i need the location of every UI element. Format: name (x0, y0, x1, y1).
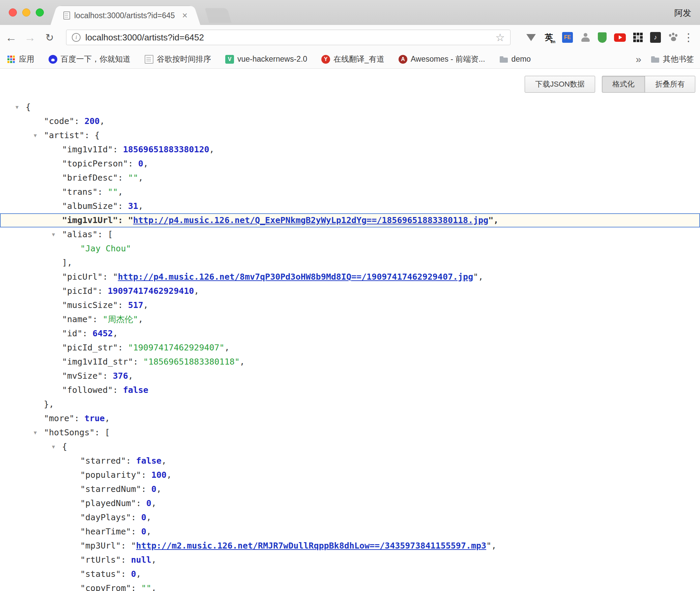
bookmark-item[interactable]: 百度一下，你就知道 (49, 54, 130, 64)
json-url-link[interactable]: http://p4.music.126.net/8mv7qP30Pd3oHW8b… (118, 272, 473, 282)
json-viewer-page: 下载JSON数据 格式化 折叠所有 ▼{"code": 200,▼"artist… (0, 69, 700, 591)
shield-adblock-icon[interactable] (598, 32, 607, 43)
browser-menu-icon[interactable]: ⋮ (681, 25, 696, 50)
browser-tab[interactable]: localhost:3000/artists?id=645 × (58, 6, 193, 25)
json-token: , (146, 527, 151, 536)
bookmarks-overflow-icon[interactable]: » (636, 54, 641, 65)
awesomes-icon: A (399, 55, 407, 64)
json-token: : (95, 428, 105, 437)
other-bookmarks-folder[interactable]: 其他书签 (651, 54, 694, 64)
reload-icon[interactable]: ↻ (41, 25, 58, 50)
json-token: : (74, 413, 84, 423)
json-line: "picId": 19097417462929410, (0, 284, 700, 298)
json-token: "hearTime" (80, 527, 131, 536)
collapse-triangle-icon[interactable]: ▼ (52, 227, 55, 242)
json-token: "img1v1Url" (62, 215, 118, 225)
profile-person-icon[interactable] (580, 32, 590, 42)
tab-title: localhost:3000/artists?id=645 (74, 11, 178, 20)
json-token: , (151, 555, 156, 565)
new-tab-button[interactable] (205, 8, 232, 23)
bookmark-item[interactable]: 谷歌按时间排序 (145, 54, 211, 64)
fe-frontend-icon[interactable]: FE (562, 32, 573, 43)
folder-icon (651, 55, 660, 64)
json-token: "popularity" (80, 470, 141, 480)
json-token: : (131, 527, 141, 536)
json-token: " (113, 272, 118, 282)
json-token: 0 (146, 498, 151, 508)
json-token: "img1v1Id" (62, 145, 113, 154)
json-token: "starredNum" (80, 484, 141, 494)
collapse-all-button[interactable]: 折叠所有 (645, 76, 695, 93)
json-token: 0 (131, 569, 136, 579)
bookmarks-bar: 应用百度一下，你就知道谷歌按时间排序Vvue-hackernews-2.0Y在线… (0, 50, 700, 69)
json-token: 18569651883380120 (123, 145, 209, 154)
json-line-selected[interactable]: "img1v1Url": "http://p4.music.126.net/Q_… (0, 213, 700, 227)
json-token: , (225, 343, 230, 352)
json-token: , (138, 314, 143, 324)
json-token: "more" (44, 413, 74, 423)
minimize-window-button[interactable] (22, 8, 30, 17)
json-token: : (97, 187, 108, 197)
json-token: : (118, 201, 128, 211)
json-token: { (95, 130, 100, 140)
view-mode-segment: 格式化 折叠所有 (602, 76, 695, 93)
json-token: , (138, 173, 143, 183)
collapse-triangle-icon[interactable]: ▼ (34, 426, 37, 440)
collapse-triangle-icon[interactable]: ▼ (52, 440, 55, 454)
json-token: "" (128, 173, 138, 183)
profile-name[interactable]: 阿发 (674, 7, 691, 19)
json-token: : (128, 159, 138, 168)
json-line: ▼{ (0, 100, 700, 114)
json-token: , (151, 498, 156, 508)
bookmark-item[interactable]: AAwesomes - 前端资... (399, 54, 485, 64)
close-window-button[interactable] (9, 8, 17, 17)
json-line: "picUrl": "http://p4.music.126.net/8mv7q… (0, 270, 700, 284)
json-token: : (131, 512, 141, 522)
json-line: ▼{ (0, 440, 700, 454)
bookmark-label: 百度一下，你就知道 (61, 54, 130, 64)
fullscreen-window-button[interactable] (36, 8, 44, 17)
format-button[interactable]: 格式化 (602, 76, 645, 93)
collapse-triangle-icon[interactable]: ▼ (16, 100, 19, 114)
json-token: : (92, 314, 103, 324)
bookmark-item[interactable]: Vvue-hackernews-2.0 (225, 55, 307, 64)
music-player-icon[interactable]: ♪ (650, 32, 661, 43)
json-line: "copyFrom": "", (0, 581, 700, 591)
qr-code-icon[interactable] (633, 33, 643, 42)
bookmark-item[interactable]: Y在线翻译_有道 (321, 54, 384, 64)
filter-funnel-icon[interactable] (526, 34, 536, 41)
forward-icon[interactable]: → (22, 25, 38, 50)
translate-en-icon[interactable]: 英 (543, 32, 555, 43)
json-line: "img1v1Id": 18569651883380120, (0, 143, 700, 157)
json-token: : (103, 371, 113, 381)
json-url-link[interactable]: http://m2.music.126.net/RMJR7wDullRqppBk… (136, 541, 487, 551)
json-token: , (162, 456, 167, 466)
json-token: ], (62, 258, 72, 268)
json-token: "19097417462929407" (128, 343, 225, 352)
json-line: "starred": false, (0, 454, 700, 468)
json-token: : (74, 116, 84, 126)
youtube-icon[interactable] (614, 33, 626, 42)
json-token: : (131, 583, 141, 591)
address-bar[interactable]: i localhost:3000/artists?id=6452 ☆ (66, 30, 511, 45)
json-token: 376 (113, 371, 128, 381)
bookmark-item[interactable]: demo (499, 55, 531, 64)
download-json-button[interactable]: 下载JSON数据 (525, 76, 595, 93)
bookmarks-right-group: » 其他书签 (636, 54, 694, 65)
bookmark-label: vue-hackernews-2.0 (237, 55, 307, 64)
bookmark-item[interactable]: 应用 (7, 54, 34, 64)
json-line: "rtUrls": null, (0, 553, 700, 567)
collapse-triangle-icon[interactable]: ▼ (34, 128, 37, 143)
bookmark-star-icon[interactable]: ☆ (495, 31, 505, 44)
json-url-link[interactable]: http://p4.music.126.net/Q_ExePNkmgB2yWyL… (133, 215, 489, 225)
browser-toolbar: ← → ↻ i localhost:3000/artists?id=6452 ☆… (0, 25, 700, 50)
back-icon[interactable]: ← (3, 25, 20, 50)
url-text[interactable]: localhost:3000/artists?id=6452 (85, 32, 491, 43)
json-token: : (126, 456, 136, 466)
json-line: }, (0, 397, 700, 411)
close-tab-icon[interactable]: × (182, 11, 187, 20)
site-info-icon[interactable]: i (72, 33, 81, 42)
window-controls (9, 8, 44, 17)
paw-icon[interactable] (668, 33, 678, 42)
json-token: 517 (128, 300, 143, 310)
